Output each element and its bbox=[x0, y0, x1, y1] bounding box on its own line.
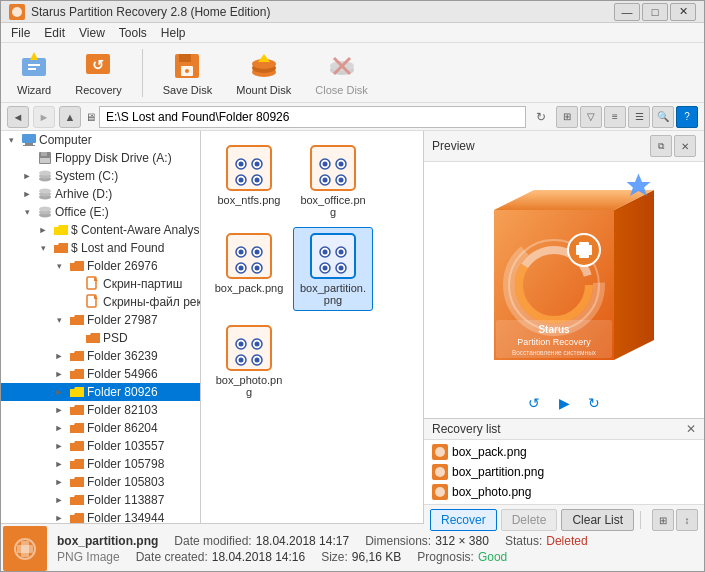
menu-file[interactable]: File bbox=[5, 25, 36, 41]
tree-label-26976: Folder 26976 bbox=[87, 259, 158, 273]
tree-item-folder-103557[interactable]: ► Folder 103557 bbox=[1, 437, 200, 455]
file-name-box-pack: box_pack.png bbox=[215, 282, 284, 294]
svg-point-68 bbox=[323, 250, 328, 255]
tree-item-folder-26976[interactable]: ▾ Folder 26976 bbox=[1, 257, 200, 275]
svg-rect-3 bbox=[28, 64, 40, 66]
tree-item-folder-86204[interactable]: ► Folder 86204 bbox=[1, 419, 200, 437]
recovery-item-icon-2 bbox=[432, 464, 448, 480]
preview-play-button[interactable]: ▶ bbox=[553, 392, 575, 414]
tree-label-105798: Folder 105798 bbox=[87, 457, 164, 471]
tree-item-skrinsharting[interactable]: Скрин-партиш bbox=[1, 275, 200, 293]
mount-disk-button[interactable]: Mount Disk bbox=[228, 46, 299, 100]
status-status-label: Status: bbox=[505, 534, 542, 548]
menu-view[interactable]: View bbox=[73, 25, 111, 41]
folder-80926-icon bbox=[69, 384, 85, 400]
minimize-button[interactable]: — bbox=[614, 3, 640, 21]
tree-item-folder-54966[interactable]: ► Folder 54966 bbox=[1, 365, 200, 383]
tree-item-skrinfil[interactable]: Скрины-файл рек bbox=[1, 293, 200, 311]
status-date-created-label: Date created: bbox=[136, 550, 208, 564]
tree-item-folder-113887[interactable]: ► Folder 113887 bbox=[1, 491, 200, 509]
tree-item-folder-27987[interactable]: ▾ Folder 27987 bbox=[1, 311, 200, 329]
view-icon-4[interactable]: ☰ bbox=[628, 106, 650, 128]
tree-item-psd[interactable]: PSD bbox=[1, 329, 200, 347]
address-input[interactable] bbox=[99, 106, 526, 128]
tree-item-folder-134944[interactable]: ► Folder 134944 bbox=[1, 509, 200, 523]
tree-item-lost-found[interactable]: ▾ $ Lost and Found bbox=[1, 239, 200, 257]
svg-point-30 bbox=[39, 189, 51, 194]
view-icon-1[interactable]: ⊞ bbox=[556, 106, 578, 128]
svg-point-77 bbox=[239, 342, 244, 347]
file-item-box-partition[interactable]: box_partition.png bbox=[293, 227, 373, 311]
file-item-box-ntfs[interactable]: box_ntfs.png bbox=[209, 139, 289, 223]
up-button[interactable]: ▲ bbox=[59, 106, 81, 128]
folder-82103-icon bbox=[69, 402, 85, 418]
recovery-item-icon-1 bbox=[432, 444, 448, 460]
menu-edit[interactable]: Edit bbox=[38, 25, 71, 41]
file-item-box-photo[interactable]: box_photo.png bbox=[209, 319, 289, 403]
recovery-item-label-3: box_photo.png bbox=[452, 485, 531, 499]
folder-lost-found-icon bbox=[53, 240, 69, 256]
status-info: box_partition.png Date modified: 18.04.2… bbox=[49, 524, 704, 572]
back-button[interactable]: ◄ bbox=[7, 106, 29, 128]
tree-item-folder-82103[interactable]: ► Folder 82103 bbox=[1, 401, 200, 419]
view-toolbar: ⊞ ▽ ≡ ☰ 🔍 ? bbox=[556, 106, 698, 128]
tree-label-36239: Folder 36239 bbox=[87, 349, 158, 363]
wizard-icon bbox=[18, 50, 50, 82]
tree-expand-105798: ► bbox=[51, 456, 67, 472]
file-item-box-pack[interactable]: box_pack.png bbox=[209, 227, 289, 311]
tree-expand-d: ► bbox=[19, 186, 35, 202]
file-item-box-office[interactable]: box_office.png bbox=[293, 139, 373, 223]
recovery-button[interactable]: ↺ Recovery bbox=[67, 46, 129, 100]
tree-item-floppy[interactable]: Floppy Disk Drive (A:) bbox=[1, 149, 200, 167]
menu-bar: File Edit View Tools Help bbox=[1, 23, 704, 43]
save-disk-label: Save Disk bbox=[163, 84, 213, 96]
recovery-list-close-button[interactable]: ✕ bbox=[686, 422, 696, 436]
wizard-button[interactable]: Wizard bbox=[9, 46, 59, 100]
tree-item-e[interactable]: ▾ Office (E:) bbox=[1, 203, 200, 221]
status-dimensions-label: Dimensions: bbox=[365, 534, 431, 548]
preview-float-button[interactable]: ⧉ bbox=[650, 135, 672, 157]
status-date-modified-cell: Date modified: 18.04.2018 14:17 bbox=[174, 534, 349, 548]
folder-26976-icon bbox=[69, 258, 85, 274]
preview-prev-button[interactable]: ↺ bbox=[523, 392, 545, 414]
tree-item-folder-80926[interactable]: ► Folder 80926 bbox=[1, 383, 200, 401]
forward-button[interactable]: ► bbox=[33, 106, 55, 128]
menu-help[interactable]: Help bbox=[155, 25, 192, 41]
svg-text:Starus: Starus bbox=[538, 324, 570, 335]
window-controls: — □ ✕ bbox=[614, 3, 696, 21]
tree-label-e: Office (E:) bbox=[55, 205, 109, 219]
view-icon-3[interactable]: ≡ bbox=[604, 106, 626, 128]
svg-point-69 bbox=[339, 250, 344, 255]
tree-label-computer: Computer bbox=[39, 133, 92, 147]
tree-item-folder-105803[interactable]: ► Folder 105803 bbox=[1, 473, 200, 491]
tree-label-psd: PSD bbox=[103, 331, 128, 345]
status-status: Deleted bbox=[546, 534, 587, 548]
svg-text:Partition Recovery: Partition Recovery bbox=[517, 337, 591, 347]
view-icon-2[interactable]: ▽ bbox=[580, 106, 602, 128]
recovery-item-box-photo[interactable]: box_photo.png bbox=[424, 482, 704, 502]
recovery-item-icon-3 bbox=[432, 484, 448, 500]
preview-close-button[interactable]: ✕ bbox=[674, 135, 696, 157]
help-icon[interactable]: ? bbox=[676, 106, 698, 128]
recovery-item-box-partition[interactable]: box_partition.png bbox=[424, 462, 704, 482]
tree-item-folder-105798[interactable]: ► Folder 105798 bbox=[1, 455, 200, 473]
delete-button[interactable]: Delete bbox=[501, 509, 558, 531]
search-icon[interactable]: 🔍 bbox=[652, 106, 674, 128]
refresh-icon[interactable]: ↻ bbox=[530, 106, 552, 128]
save-disk-button[interactable]: Save Disk bbox=[155, 46, 221, 100]
preview-next-button[interactable]: ↻ bbox=[583, 392, 605, 414]
svg-point-54 bbox=[323, 178, 328, 183]
tree-expand-content-aware: ► bbox=[35, 222, 51, 238]
recovery-item-box-pack[interactable]: box_pack.png bbox=[424, 442, 704, 462]
menu-tools[interactable]: Tools bbox=[113, 25, 153, 41]
close-button[interactable]: ✕ bbox=[670, 3, 696, 21]
close-disk-button[interactable]: Close Disk bbox=[307, 46, 376, 100]
tree-item-d[interactable]: ► Arhive (D:) bbox=[1, 185, 200, 203]
folder-86204-icon bbox=[69, 420, 85, 436]
tree-item-computer[interactable]: ▾ Computer bbox=[1, 131, 200, 149]
tree-item-content-aware[interactable]: ► $ Content-Aware Analysis bbox=[1, 221, 200, 239]
tree-item-c[interactable]: ► System (C:) bbox=[1, 167, 200, 185]
status-type-cell: PNG Image bbox=[57, 550, 120, 564]
tree-item-folder-36239[interactable]: ► Folder 36239 bbox=[1, 347, 200, 365]
maximize-button[interactable]: □ bbox=[642, 3, 668, 21]
